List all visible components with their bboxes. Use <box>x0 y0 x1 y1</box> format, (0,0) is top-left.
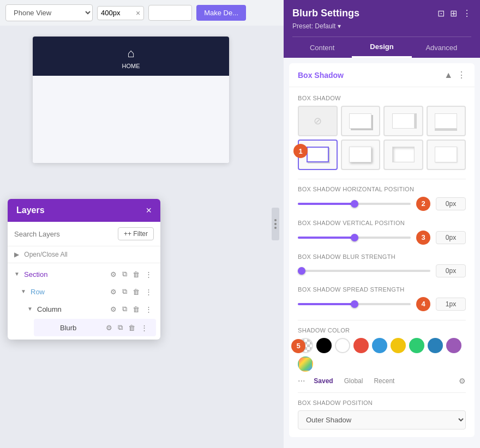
vertical-position-thumb[interactable] <box>351 234 358 241</box>
horizontal-position-input-row: 2 <box>298 197 466 211</box>
settings-preset[interactable]: Preset: Default ▾ <box>292 22 471 30</box>
blur-strength-value[interactable] <box>436 264 466 277</box>
tab-design[interactable]: Design <box>352 37 411 58</box>
color-tab-recent[interactable]: Recent <box>371 376 397 386</box>
column-settings-button[interactable]: ⚙ <box>109 304 118 314</box>
column-more-button[interactable]: ⋮ <box>143 304 154 314</box>
blur-strength-thumb[interactable] <box>298 267 305 275</box>
layers-close-button[interactable]: × <box>146 205 152 215</box>
layer-item-blurb[interactable]: Blurb ⚙ ⧉ 🗑 ⋮ <box>34 319 156 336</box>
preview-nav: ⌂ HOME <box>33 37 229 76</box>
section-toggle-icon[interactable]: ▼ <box>14 271 21 277</box>
make-default-button[interactable]: Make De... <box>196 5 246 21</box>
blurb-duplicate-button[interactable]: ⧉ <box>116 322 124 333</box>
column-delete-button[interactable]: 🗑 <box>131 304 141 314</box>
row-settings-button[interactable]: ⚙ <box>109 287 118 297</box>
horizontal-position-value[interactable] <box>436 197 466 210</box>
row-more-button[interactable]: ⋮ <box>143 287 154 297</box>
shadow-preset-outer[interactable] <box>341 140 381 170</box>
box-shadow-card: Box Shadow ▲ ⋮ Box Shadow 1 ⊘ <box>289 63 475 437</box>
column-duplicate-button[interactable]: ⧉ <box>121 304 129 314</box>
resize-handle[interactable] <box>272 208 279 240</box>
blurb-delete-button[interactable]: 🗑 <box>127 323 137 333</box>
color-swatch-gradient[interactable] <box>298 356 313 372</box>
extra-input[interactable] <box>148 5 192 21</box>
horizontal-position-fill <box>298 203 355 205</box>
color-more-button[interactable]: ··· <box>298 376 305 386</box>
row-toggle-icon[interactable]: ▼ <box>21 288 27 295</box>
step-badge-3: 3 <box>416 231 430 245</box>
vertical-position-value[interactable] <box>436 231 466 244</box>
vertical-position-row: Box Shadow Vertical Position 3 <box>298 220 466 245</box>
editor-area: Phone View × Make De... ⌂ HOME Layers × <box>0 0 284 448</box>
spread-strength-thumb[interactable] <box>351 300 358 308</box>
shadow-preset-right[interactable] <box>383 106 423 136</box>
no-shadow-icon: ⊘ <box>314 115 322 127</box>
spread-strength-row: Box Shadow Spread Strength 4 <box>298 286 466 311</box>
row-duplicate-button[interactable]: ⧉ <box>121 286 129 297</box>
blurb-more-button[interactable]: ⋮ <box>139 323 149 333</box>
layer-item-column[interactable]: ▼ Column ⚙ ⧉ 🗑 ⋮ <box>8 300 160 318</box>
section-actions: ⚙ ⧉ 🗑 ⋮ <box>109 269 154 280</box>
color-swatch-black[interactable] <box>316 338 332 353</box>
row-delete-button[interactable]: 🗑 <box>131 287 141 297</box>
divider-1 <box>298 179 466 179</box>
spread-strength-value[interactable] <box>436 298 466 311</box>
tab-advanced[interactable]: Advanced <box>412 37 471 58</box>
settings-title-row: Blurb Settings ⊡ ⊞ ⋮ <box>292 8 471 19</box>
color-tab-saved[interactable]: Saved <box>311 376 335 386</box>
box-shadow-collapse-button[interactable]: ▲ <box>444 70 453 80</box>
horizontal-position-thumb[interactable] <box>351 200 358 208</box>
row-actions: ⚙ ⧉ 🗑 ⋮ <box>109 286 154 297</box>
color-settings-icon[interactable]: ⚙ <box>459 377 466 385</box>
layer-item-section[interactable]: ▼ Section ⚙ ⧉ 🗑 ⋮ <box>8 265 160 283</box>
box-shadow-position-label: Box Shadow Position <box>298 399 466 406</box>
section-duplicate-button[interactable]: ⧉ <box>121 269 129 280</box>
layers-search-input[interactable] <box>14 230 113 238</box>
color-swatch-green[interactable] <box>409 338 424 353</box>
shadow-preset-inner[interactable] <box>383 140 423 170</box>
section-delete-button[interactable]: 🗑 <box>131 269 141 280</box>
settings-fullscreen-button[interactable]: ⊡ <box>437 8 445 19</box>
section-settings-button[interactable]: ⚙ <box>109 269 118 280</box>
color-swatch-white[interactable] <box>335 338 350 353</box>
column-toggle-icon[interactable]: ▼ <box>27 306 34 312</box>
layers-search-row: + + Filter <box>8 222 160 246</box>
width-input[interactable] <box>101 9 134 17</box>
clear-width-icon[interactable]: × <box>136 9 140 17</box>
chevron-right-icon: ▶ <box>14 251 19 258</box>
shadow-preset-custom[interactable] <box>427 140 466 170</box>
shadow-preset-none[interactable]: ⊘ <box>298 106 338 136</box>
layers-title: Layers <box>16 205 45 215</box>
resize-dot <box>274 223 277 225</box>
color-swatch-blue[interactable] <box>372 338 387 353</box>
spread-strength-slider[interactable] <box>298 303 411 305</box>
color-swatch-dark-blue[interactable] <box>428 338 443 353</box>
box-shadow-position-section: Box Shadow Position Outer Shadow Inner S… <box>298 399 466 429</box>
layer-item-row[interactable]: ▼ Row ⚙ ⧉ 🗑 ⋮ <box>8 283 160 300</box>
shadow-preset-bottom-right[interactable] <box>341 106 381 136</box>
section-more-button[interactable]: ⋮ <box>143 269 154 280</box>
layers-filter-button[interactable]: + + Filter <box>118 227 154 240</box>
settings-title: Blurb Settings <box>292 8 359 19</box>
color-swatch-yellow[interactable] <box>391 338 406 353</box>
shadow-preview-inner <box>392 147 415 162</box>
blurb-actions: ⚙ ⧉ 🗑 ⋮ <box>104 322 149 333</box>
settings-more-button[interactable]: ⋮ <box>463 8 471 19</box>
layers-open-close[interactable]: ▶ Open/Close All <box>8 246 160 263</box>
horizontal-position-slider[interactable] <box>298 203 411 205</box>
box-shadow-more-button[interactable]: ⋮ <box>457 70 466 80</box>
preview-container: ⌂ HOME <box>33 37 229 163</box>
color-swatch-purple[interactable] <box>446 338 461 353</box>
blurb-settings-button[interactable]: ⚙ <box>104 323 114 333</box>
box-shadow-position-select[interactable]: Outer Shadow Inner Shadow <box>298 410 466 429</box>
blur-strength-slider[interactable] <box>298 270 430 272</box>
color-swatch-red[interactable] <box>353 338 369 353</box>
view-selector[interactable]: Phone View <box>5 4 93 21</box>
color-picker-actions: ··· Saved Global Recent ⚙ <box>298 376 466 386</box>
tab-content[interactable]: Content <box>292 37 352 58</box>
color-tab-global[interactable]: Global <box>342 376 365 386</box>
vertical-position-slider[interactable] <box>298 237 411 239</box>
settings-layout-button[interactable]: ⊞ <box>450 8 457 19</box>
shadow-preset-bottom[interactable] <box>427 106 466 136</box>
